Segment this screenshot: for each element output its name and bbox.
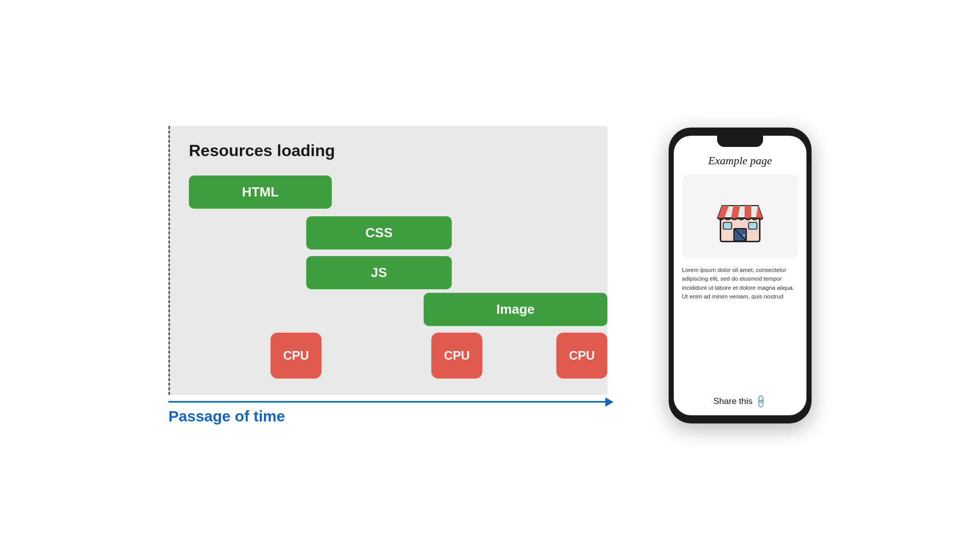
diagram-box: Resources loading HTML CSS JS Image (168, 126, 607, 395)
phone-screen: Example page (674, 136, 806, 415)
time-axis-container (168, 401, 607, 403)
phone-lorem-text: Lorem ipsum dolor sit amet, consectetur … (682, 266, 798, 301)
link-icon: 🔗 (753, 393, 769, 409)
cpu-box-3: CPU (556, 333, 607, 379)
phone-section: Example page (669, 128, 812, 423)
main-container: Resources loading HTML CSS JS Image (0, 126, 980, 425)
phone-notch (717, 136, 763, 147)
svg-rect-5 (749, 222, 757, 229)
phone-image-card (682, 174, 798, 259)
html-bar: HTML (189, 176, 332, 209)
phone-share[interactable]: Share this 🔗 (714, 396, 767, 407)
diagram-section: Resources loading HTML CSS JS Image (168, 126, 607, 425)
time-axis-line (168, 401, 607, 403)
svg-point-3 (743, 234, 745, 236)
css-bar: CSS (306, 216, 452, 249)
phone-frame: Example page (669, 128, 812, 423)
svg-rect-4 (723, 222, 732, 229)
image-bar: Image (424, 293, 607, 326)
svg-marker-10 (745, 206, 751, 218)
phone-page-title: Example page (708, 154, 772, 167)
resources-area: HTML CSS JS Image CPU C (189, 176, 587, 369)
cpu-box-2: CPU (431, 333, 482, 379)
time-label: Passage of time (168, 408, 285, 425)
share-label: Share this (714, 396, 753, 407)
cpu-box-1: CPU (271, 333, 322, 379)
js-bar: JS (306, 256, 452, 289)
diagram-title: Resources loading (189, 141, 587, 160)
shop-illustration (712, 189, 768, 245)
